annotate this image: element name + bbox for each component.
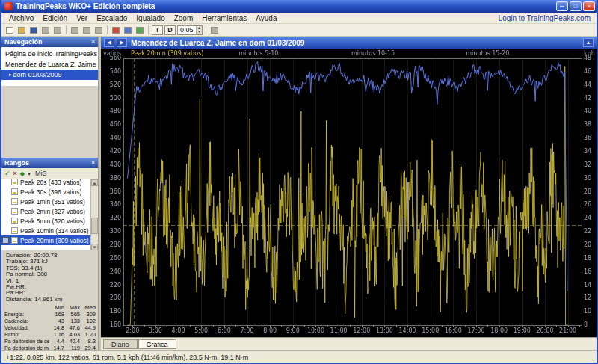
minimize-button[interactable]: ─	[556, 1, 568, 11]
email-icon[interactable]	[40, 25, 51, 35]
chart-icon[interactable]	[111, 25, 121, 35]
menu-escalado[interactable]: Escalado	[92, 14, 132, 22]
settings-icon[interactable]	[209, 25, 220, 35]
content-area: Navegación × Página de inicio TrainingPe…	[1, 37, 597, 351]
peak-label: Peak 20s (433 vatios)	[20, 179, 81, 186]
summary-label: VI:	[6, 278, 13, 284]
peak-list-scrollbar[interactable]: ▲ ▼	[90, 179, 98, 250]
nav-item-label: Página de inicio TrainingPeaks ...	[5, 49, 98, 59]
ranges-mode-label[interactable]: MiS	[35, 170, 47, 177]
stat-label: Energía:	[4, 311, 49, 318]
previous-workout-button[interactable]: ◀	[104, 38, 114, 47]
new-file-icon[interactable]	[4, 25, 15, 35]
report-icon[interactable]	[135, 25, 145, 35]
view-tabbar: Diario Gráfica	[101, 337, 597, 351]
stats-row-velocidad: Velocidad: 14.8 47.6 44.9	[4, 324, 98, 331]
paste-icon[interactable]	[93, 25, 104, 35]
panel-close-icon[interactable]: ×	[91, 160, 95, 166]
menu-igualado[interactable]: Igualado	[132, 14, 169, 22]
peak-label: Peak 1min (351 vatios)	[20, 198, 85, 206]
stats-row-energia: Energía: 168 565 309	[4, 311, 98, 318]
cut-icon[interactable]	[70, 25, 80, 35]
close-button[interactable]: ×	[583, 1, 595, 11]
spin-down-icon[interactable]: ▼	[197, 30, 201, 34]
toolbar-separator	[107, 25, 108, 34]
marker-icon[interactable]: ◆	[20, 170, 25, 177]
nav-item-workout[interactable]: ▸ dom 01/03/2009	[1, 70, 98, 80]
panel-close-icon[interactable]: ×	[91, 39, 95, 45]
summary-value: 20:00.78	[34, 253, 57, 259]
stats-row-cadencia: Cadencia: 43 133 102	[4, 318, 98, 324]
stats-header-min: Mín	[49, 304, 64, 311]
stat-label: Pa de torsión de centro:	[4, 338, 49, 345]
menu-ver[interactable]: Ver	[72, 14, 92, 22]
collapse-panel-button[interactable]: ▲	[583, 38, 594, 47]
ranges-title: Rangos	[4, 159, 29, 167]
stat-max: 47.6	[64, 324, 80, 331]
apply-range-icon[interactable]: ✓	[4, 170, 10, 177]
stat-min: 14.8	[49, 324, 64, 331]
workout-summary: Duración:20:00.78 Trabajo:371 kJ TSS:33.…	[1, 250, 98, 303]
summary-value: 33.4 (1)	[22, 265, 43, 271]
save-icon[interactable]	[28, 25, 39, 35]
distribution-d-button[interactable]: D	[164, 25, 176, 35]
peak-row-selected[interactable]: Peak 20min (309 vatios)	[1, 235, 90, 245]
login-link[interactable]: Login to TrainingPeaks.com	[499, 14, 594, 22]
navigation-title: Navegación	[4, 38, 43, 46]
peak-row[interactable]: Peak 1min (351 vatios)	[1, 197, 90, 206]
nav-item-athlete[interactable]: Menendez de Luarca Z, Jaime	[1, 59, 98, 70]
peak-row[interactable]: Peak 5min (320 vatios)	[1, 216, 90, 226]
peak-list: Peak 20s (433 vatios) Peak 30s (396 vati…	[1, 179, 98, 250]
peak-label: Peak 30s (396 vatios)	[20, 188, 81, 196]
stats-header-med: Med	[80, 304, 96, 311]
range-graph-icon	[11, 188, 18, 195]
scroll-up-icon[interactable]: ▲	[91, 179, 98, 186]
smoothing-spinner[interactable]: 0.05 ▲ ▼	[177, 25, 203, 35]
title-bar[interactable]: TrainingPeaks WKO+ Edición completa ─ □ …	[1, 0, 597, 13]
maximize-button[interactable]: □	[570, 1, 582, 11]
calendar-icon[interactable]	[123, 25, 133, 35]
menu-herramientas[interactable]: Herramientas	[197, 14, 251, 22]
peak-label: Peak 10min (314 vatios)	[20, 227, 89, 235]
toolbar-separator	[66, 25, 67, 34]
spinner-arrows[interactable]: ▲ ▼	[196, 26, 202, 34]
stat-min: 43	[49, 318, 64, 324]
summary-label: Duración:	[6, 253, 31, 259]
copy-icon[interactable]	[81, 25, 92, 35]
toolbar-separator	[206, 25, 206, 34]
delete-range-icon[interactable]: ×	[13, 170, 17, 177]
stat-label: Pa de torsión de manivela:	[4, 345, 49, 351]
stat-min: 1.16	[49, 331, 64, 338]
next-workout-button[interactable]: ▶	[117, 38, 127, 47]
peak-row[interactable]: Peak 30s (396 vatios)	[1, 187, 90, 197]
menu-edicion[interactable]: Edición	[38, 14, 72, 22]
peak-row[interactable]: Peak 2min (327 vatios)	[1, 206, 90, 216]
tab-diario[interactable]: Diario	[103, 339, 138, 349]
menu-ayuda[interactable]: Ayuda	[251, 14, 281, 22]
stat-max: 133	[64, 318, 80, 324]
nav-item-home[interactable]: Página de inicio TrainingPeaks ...	[1, 49, 98, 59]
activity-chart[interactable]	[101, 49, 597, 337]
summary-label: Pw:HR:	[6, 284, 26, 290]
window-title: TrainingPeaks WKO+ Edición completa	[16, 2, 555, 10]
menu-zoom[interactable]: Zoom	[170, 14, 198, 22]
menu-archivo[interactable]: Archivo	[4, 14, 38, 22]
stat-min: 4.4	[49, 338, 64, 345]
peak-row[interactable]: Peak 10min (314 vatios)	[1, 226, 90, 235]
scroll-down-icon[interactable]: ▼	[91, 244, 98, 250]
scrollbar-track[interactable]	[91, 186, 98, 244]
navigation-header[interactable]: Navegación ×	[1, 37, 98, 47]
range-graph-icon	[11, 227, 18, 234]
peak-row[interactable]: Peak 20s (433 vatios)	[1, 179, 90, 187]
app-window: TrainingPeaks WKO+ Edición completa ─ □ …	[0, 0, 598, 364]
stat-max: 119	[64, 345, 80, 351]
tab-grafica[interactable]: Gráfica	[138, 339, 176, 349]
print-icon[interactable]	[52, 25, 63, 35]
open-file-icon[interactable]	[16, 25, 27, 35]
selected-item-marker-icon: ▸	[9, 70, 12, 80]
ranges-header[interactable]: Rangos ×	[1, 158, 98, 168]
scrollbar-thumb[interactable]	[91, 218, 98, 234]
chevron-down-icon[interactable]: ▾	[28, 170, 31, 177]
threshold-t-button[interactable]: T	[152, 25, 163, 35]
stat-label: Ritmo:	[4, 331, 49, 338]
